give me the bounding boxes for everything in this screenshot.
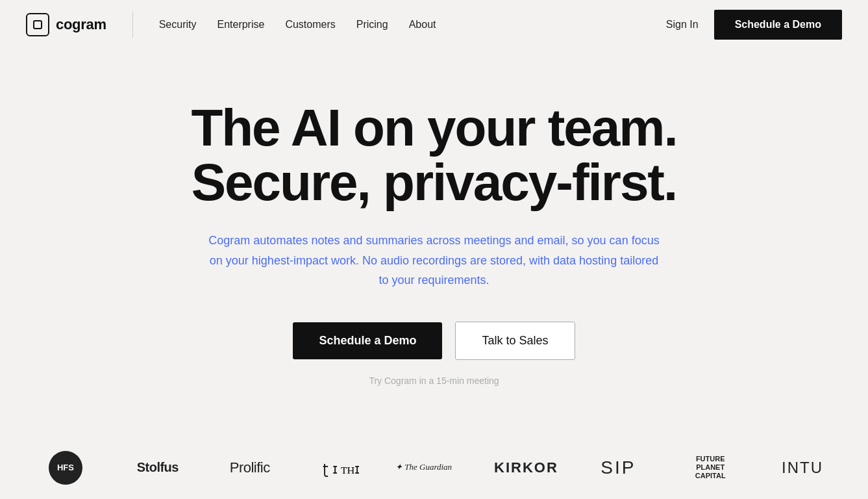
logos-section: HFS Stolfus Prolific ʈ ɪ тнɪ ✦ The Guard… [0,425,868,498]
nav-link-customers[interactable]: Customers [285,19,335,30]
schedule-demo-nav-button[interactable]: Schedule a Demo [714,10,842,40]
guardian-icon: ✦ The Guardian [395,457,473,476]
nav-link-pricing[interactable]: Pricing [356,19,388,30]
sip-text: SIP [601,457,636,478]
svg-text:ʈ ɪ тнɪ: ʈ ɪ тнɪ [323,461,360,477]
logo-stolfus: Stolfus [118,460,197,475]
nav-item-about[interactable]: About [409,19,436,31]
hero-section: The AI on your team. Secure, privacy-fir… [0,49,868,425]
nav-links: Security Enterprise Customers Pricing Ab… [159,19,436,31]
logo-intu: INTU [763,459,842,477]
nav-item-customers[interactable]: Customers [285,19,335,31]
logo-icon-inner [33,20,42,29]
svg-text:✦ The Guardian: ✦ The Guardian [395,462,452,472]
nav-right: Sign In Schedule a Demo [666,10,842,40]
nav-item-pricing[interactable]: Pricing [356,19,388,31]
nav-item-enterprise[interactable]: Enterprise [217,19,264,31]
logo-kirkor: KIRKOR [486,459,565,476]
hero-subtitle: Cogram automates notes and summaries acr… [207,231,662,290]
schedule-demo-hero-button[interactable]: Schedule a Demo [293,322,442,359]
hfs-text: HFS [57,463,74,472]
fpc-text: FUTUREPLANETCAPITAL [695,455,726,481]
logo-sip: SIP [578,457,658,478]
logo-fpc: FUTUREPLANETCAPITAL [671,455,750,481]
logo-text: cogram [56,16,106,33]
logo-prolific: Prolific [210,459,290,476]
logo-guardian: ✦ The Guardian [395,457,474,479]
nav-left: cogram Security Enterprise Customers Pri… [26,12,436,38]
stolfus-text: Stolfus [137,460,179,475]
logo-icon [26,13,49,36]
hero-hint: Try Cogram in a 15-min meeting [369,376,499,386]
vithu-text: ʈ ɪ тнɪ [323,458,362,478]
vithu-icon: ʈ ɪ тнɪ [323,458,362,478]
nav-link-security[interactable]: Security [159,19,197,30]
logo-hfs: HFS [26,451,105,485]
prolific-text: Prolific [230,459,270,476]
sign-in-button[interactable]: Sign In [666,19,699,31]
nav-divider [132,12,133,38]
hero-buttons: Schedule a Demo Talk to Sales [293,322,575,360]
guardian-text: ✦ The Guardian [395,457,473,479]
nav-link-enterprise[interactable]: Enterprise [217,19,264,30]
talk-to-sales-button[interactable]: Talk to Sales [455,322,575,360]
navbar: cogram Security Enterprise Customers Pri… [0,0,868,49]
nav-link-about[interactable]: About [409,19,436,30]
kirkor-text: KIRKOR [494,459,558,476]
nav-item-security[interactable]: Security [159,19,197,31]
hfs-logo: HFS [49,451,82,485]
logo-link[interactable]: cogram [26,13,106,36]
intu-text: INTU [782,459,823,477]
hero-title: The AI on your team. Secure, privacy-fir… [142,101,726,210]
logo-vithu: ʈ ɪ тнɪ [303,458,382,478]
